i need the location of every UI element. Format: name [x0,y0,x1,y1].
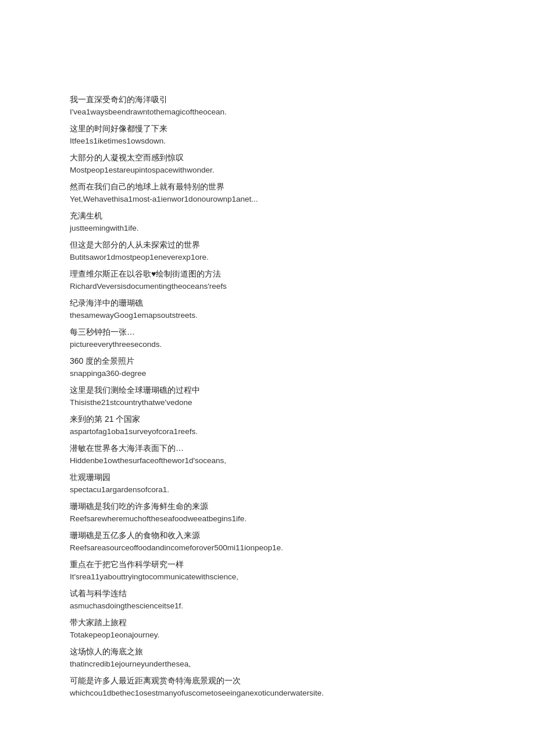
text-block-11: 来到的第 21 个国家aspartofag1oba1surveyofcora1r… [70,413,465,438]
text-block-2: 大部分的人凝视太空而感到惊叹Mostpeop1estareupintospace… [70,151,465,177]
chinese-line-19: 这场惊人的海底之旅 [70,645,465,658]
chinese-line-17: 试着与科学连结 [70,587,465,600]
english-line-4: justteemingwith1ife. [70,222,465,235]
chinese-line-0: 我一直深受奇幻的海洋吸引 [70,93,465,106]
chinese-line-12: 潜敏在世界各大海洋表面下的… [70,442,465,454]
english-line-3: Yet,Wehavethisa1most-a1ienwor1donourownp… [70,193,465,206]
english-line-6: RichardVeversisdocumentingtheoceans'reef… [70,280,465,293]
text-block-3: 然而在我们自己的地球上就有最特别的世界Yet,Wehavethisa1most-… [70,180,465,206]
english-line-16: It'srea11yabouttryingtocommunicatewithsc… [70,571,465,583]
text-block-19: 这场惊人的海底之旅thatincredib1ejourneyunderthese… [70,645,465,671]
text-block-5: 但这是大部分的人从未探索过的世界Butitsawor1dmostpeop1ene… [70,238,465,264]
chinese-line-6: 理查维尔斯正在以谷歌♥绘制街道图的方法 [70,267,465,280]
main-content: 我一直深受奇幻的海洋吸引I'vea1waysbeendrawntothemagi… [70,93,465,700]
english-line-0: I'vea1waysbeendrawntothemagicoftheocean. [70,106,465,119]
text-block-13: 壮观珊瑚园spectacu1argardensofcora1. [70,471,465,496]
english-line-11: aspartofag1oba1surveyofcora1reefs. [70,425,465,438]
text-block-20: 可能是许多人最近距离观赏奇特海底景观的一次whichcou1dbethec1os… [70,674,465,700]
chinese-line-13: 壮观珊瑚园 [70,471,465,483]
text-block-0: 我一直深受奇幻的海洋吸引I'vea1waysbeendrawntothemagi… [70,93,465,119]
chinese-line-18: 带大家踏上旅程 [70,616,465,629]
english-line-19: thatincredib1ejourneyunderthesea, [70,658,465,671]
english-line-1: Itfee1s1iketimes1owsdown. [70,135,465,148]
english-line-17: asmuchasdoingthescienceitse1f. [70,600,465,612]
text-block-12: 潜敏在世界各大海洋表面下的…Hiddenbe1owthesurfaceofthe… [70,442,465,467]
text-block-4: 充满生机justteemingwith1ife. [70,209,465,235]
chinese-line-10: 这里是我们测绘全球珊瑚礁的过程中 [70,384,465,396]
english-line-7: thesamewayGoog1emapsoutstreets. [70,309,465,322]
text-block-17: 试着与科学连结asmuchasdoingthescienceitse1f. [70,587,465,612]
english-line-10: Thisisthe21stcountrythatwe'vedone [70,396,465,409]
chinese-line-9: 360 度的全景照片 [70,354,465,367]
text-block-14: 珊瑚礁是我们吃的许多海鲜生命的来源Reefsarewheremuchofthes… [70,500,465,525]
chinese-line-7: 纪录海洋中的珊瑚礁 [70,296,465,309]
english-line-14: Reefsarewheremuchoftheseafoodweeatbegins… [70,513,465,525]
english-line-20: whichcou1dbethec1osestmanyofuscometoseei… [70,687,465,700]
chinese-line-2: 大部分的人凝视太空而感到惊叹 [70,151,465,164]
chinese-line-20: 可能是许多人最近距离观赏奇特海底景观的一次 [70,674,465,687]
chinese-line-1: 这里的时间好像都慢了下来 [70,122,465,135]
english-line-8: pictureeverythreeseconds. [70,338,465,351]
english-line-5: Butitsawor1dmostpeop1eneverexp1ore. [70,251,465,264]
text-block-7: 纪录海洋中的珊瑚礁thesamewayGoog1emapsoutstreets. [70,296,465,322]
english-line-12: Hiddenbe1owthesurfaceofthewor1d'soceans, [70,454,465,467]
chinese-line-16: 重点在于把它当作科学研究一样 [70,558,465,571]
text-block-10: 这里是我们测绘全球珊瑚礁的过程中Thisisthe21stcountrythat… [70,384,465,409]
text-block-16: 重点在于把它当作科学研究一样It'srea11yabouttryingtocom… [70,558,465,583]
chinese-line-11: 来到的第 21 个国家 [70,413,465,425]
text-block-8: 每三秒钟拍一张…pictureeverythreeseconds. [70,325,465,351]
english-line-15: Reefsareasourceoffoodandincomeforover500… [70,542,465,554]
chinese-line-14: 珊瑚礁是我们吃的许多海鲜生命的来源 [70,500,465,513]
english-line-18: Totakepeop1eonajourney. [70,629,465,642]
chinese-line-8: 每三秒钟拍一张… [70,325,465,338]
text-block-9: 360 度的全景照片snappinga360-degree [70,354,465,380]
text-block-15: 珊瑚礁是五亿多人的食物和收入来源Reefsareasourceoffoodand… [70,529,465,554]
chinese-line-4: 充满生机 [70,209,465,222]
english-line-2: Mostpeop1estareupintospacewithwonder. [70,164,465,177]
text-block-1: 这里的时间好像都慢了下来Itfee1s1iketimes1owsdown. [70,122,465,148]
text-block-6: 理查维尔斯正在以谷歌♥绘制街道图的方法RichardVeversisdocume… [70,267,465,293]
english-line-9: snappinga360-degree [70,367,465,380]
chinese-line-15: 珊瑚礁是五亿多人的食物和收入来源 [70,529,465,542]
english-line-13: spectacu1argardensofcora1. [70,483,465,496]
text-block-18: 带大家踏上旅程Totakepeop1eonajourney. [70,616,465,642]
chinese-line-3: 然而在我们自己的地球上就有最特别的世界 [70,180,465,193]
chinese-line-5: 但这是大部分的人从未探索过的世界 [70,238,465,251]
